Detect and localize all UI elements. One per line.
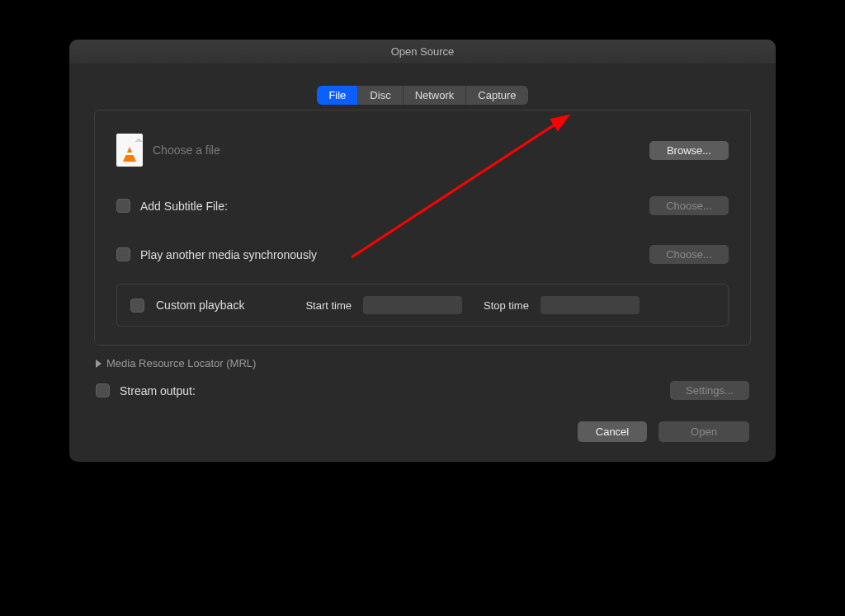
stream-output-checkbox[interactable] bbox=[96, 383, 110, 397]
choose-file-left: Choose a file bbox=[116, 134, 220, 167]
stream-output-left: Stream output: bbox=[96, 383, 196, 397]
chevron-right-icon bbox=[96, 360, 101, 368]
open-button[interactable]: Open bbox=[659, 421, 749, 442]
custom-playback-panel: Custom playback Start time Stop time bbox=[116, 284, 729, 327]
stop-time-label: Stop time bbox=[484, 299, 529, 312]
stream-output-row: Stream output: Settings... bbox=[94, 378, 751, 403]
sync-media-label: Play another media synchronously bbox=[140, 248, 317, 261]
subtitle-left: Add Subtitle File: bbox=[116, 199, 228, 213]
dialog-footer: Cancel Open bbox=[94, 421, 751, 442]
titlebar: Open Source bbox=[69, 40, 776, 64]
custom-playback-label: Custom playback bbox=[156, 299, 244, 312]
subtitle-row: Add Subtitle File: Choose... bbox=[116, 196, 729, 215]
stream-settings-button[interactable]: Settings... bbox=[670, 381, 749, 400]
choose-file-placeholder: Choose a file bbox=[153, 143, 220, 157]
sync-media-left: Play another media synchronously bbox=[116, 247, 317, 261]
vlc-cone-icon bbox=[123, 147, 136, 162]
start-time-input[interactable] bbox=[363, 296, 462, 314]
tab-group: File Disc Network Capture bbox=[317, 86, 527, 105]
dialog-title: Open Source bbox=[391, 45, 455, 58]
mrl-label: Media Resource Locator (MRL) bbox=[106, 357, 256, 369]
file-panel: Choose a file Browse... Add Subtitle Fil… bbox=[94, 110, 751, 346]
sync-media-choose-button[interactable]: Choose... bbox=[649, 245, 729, 264]
stream-output-label: Stream output: bbox=[120, 384, 196, 397]
open-source-dialog: Open Source File Disc Network Capture Ch… bbox=[69, 40, 776, 462]
sync-media-row: Play another media synchronously Choose.… bbox=[116, 245, 729, 264]
tab-network[interactable]: Network bbox=[404, 86, 467, 105]
cancel-button[interactable]: Cancel bbox=[578, 421, 647, 442]
vlc-file-icon bbox=[116, 134, 143, 167]
tab-bar: File Disc Network Capture bbox=[94, 86, 751, 105]
mrl-disclosure[interactable]: Media Resource Locator (MRL) bbox=[96, 357, 751, 369]
start-time-label: Start time bbox=[305, 299, 352, 312]
stop-time-input[interactable] bbox=[541, 296, 640, 314]
browse-button[interactable]: Browse... bbox=[649, 141, 729, 160]
tab-file[interactable]: File bbox=[317, 86, 358, 105]
tab-capture[interactable]: Capture bbox=[466, 86, 527, 105]
subtitle-label: Add Subtitle File: bbox=[140, 200, 228, 213]
choose-file-row: Choose a file Browse... bbox=[116, 134, 729, 167]
sync-media-checkbox[interactable] bbox=[116, 247, 130, 261]
subtitle-checkbox[interactable] bbox=[116, 199, 130, 213]
tab-disc[interactable]: Disc bbox=[358, 86, 403, 105]
subtitle-choose-button[interactable]: Choose... bbox=[649, 196, 729, 215]
dialog-body: File Disc Network Capture Choose a file … bbox=[69, 64, 776, 462]
custom-playback-checkbox[interactable] bbox=[130, 299, 144, 313]
